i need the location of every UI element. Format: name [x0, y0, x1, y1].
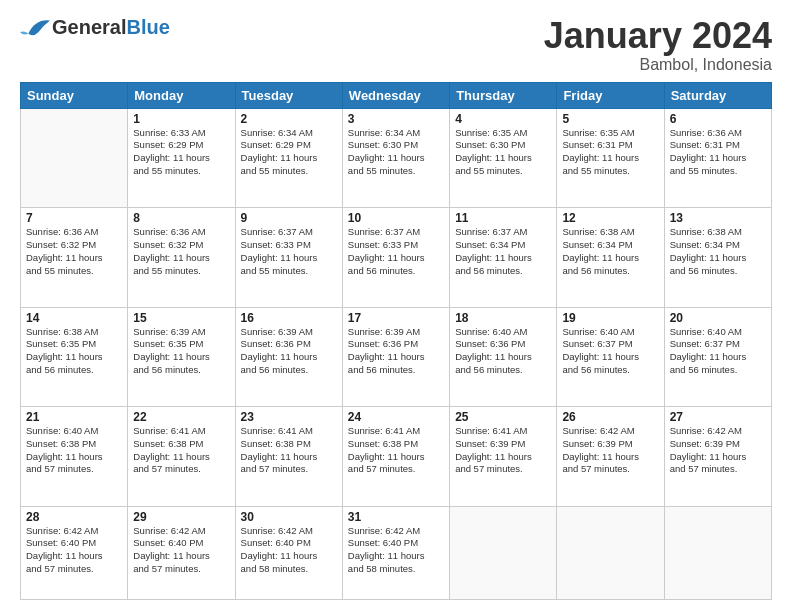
week-row-3: 14Sunrise: 6:38 AMSunset: 6:35 PMDayligh…	[21, 307, 772, 406]
day-number: 1	[133, 112, 229, 126]
table-cell: 14Sunrise: 6:38 AMSunset: 6:35 PMDayligh…	[21, 307, 128, 406]
day-number: 24	[348, 410, 444, 424]
table-cell	[557, 506, 664, 599]
table-cell: 26Sunrise: 6:42 AMSunset: 6:39 PMDayligh…	[557, 407, 664, 506]
day-info: Sunrise: 6:39 AMSunset: 6:36 PMDaylight:…	[241, 326, 337, 377]
table-cell: 22Sunrise: 6:41 AMSunset: 6:38 PMDayligh…	[128, 407, 235, 506]
day-info: Sunrise: 6:34 AMSunset: 6:30 PMDaylight:…	[348, 127, 444, 178]
table-cell: 17Sunrise: 6:39 AMSunset: 6:36 PMDayligh…	[342, 307, 449, 406]
th-sunday: Sunday	[21, 82, 128, 108]
day-number: 22	[133, 410, 229, 424]
table-cell: 18Sunrise: 6:40 AMSunset: 6:36 PMDayligh…	[450, 307, 557, 406]
table-cell: 30Sunrise: 6:42 AMSunset: 6:40 PMDayligh…	[235, 506, 342, 599]
table-cell: 4Sunrise: 6:35 AMSunset: 6:30 PMDaylight…	[450, 108, 557, 207]
week-row-1: 1Sunrise: 6:33 AMSunset: 6:29 PMDaylight…	[21, 108, 772, 207]
week-row-2: 7Sunrise: 6:36 AMSunset: 6:32 PMDaylight…	[21, 208, 772, 307]
table-cell: 11Sunrise: 6:37 AMSunset: 6:34 PMDayligh…	[450, 208, 557, 307]
logo-general: General	[52, 16, 126, 38]
day-info: Sunrise: 6:42 AMSunset: 6:40 PMDaylight:…	[133, 525, 229, 576]
day-number: 19	[562, 311, 658, 325]
header-row: Sunday Monday Tuesday Wednesday Thursday…	[21, 82, 772, 108]
week-row-4: 21Sunrise: 6:40 AMSunset: 6:38 PMDayligh…	[21, 407, 772, 506]
table-cell: 8Sunrise: 6:36 AMSunset: 6:32 PMDaylight…	[128, 208, 235, 307]
table-cell: 13Sunrise: 6:38 AMSunset: 6:34 PMDayligh…	[664, 208, 771, 307]
day-info: Sunrise: 6:38 AMSunset: 6:34 PMDaylight:…	[562, 226, 658, 277]
day-number: 28	[26, 510, 122, 524]
day-number: 25	[455, 410, 551, 424]
day-info: Sunrise: 6:39 AMSunset: 6:36 PMDaylight:…	[348, 326, 444, 377]
table-cell: 5Sunrise: 6:35 AMSunset: 6:31 PMDaylight…	[557, 108, 664, 207]
day-info: Sunrise: 6:41 AMSunset: 6:38 PMDaylight:…	[348, 425, 444, 476]
table-cell: 25Sunrise: 6:41 AMSunset: 6:39 PMDayligh…	[450, 407, 557, 506]
day-info: Sunrise: 6:37 AMSunset: 6:33 PMDaylight:…	[348, 226, 444, 277]
day-info: Sunrise: 6:39 AMSunset: 6:35 PMDaylight:…	[133, 326, 229, 377]
day-info: Sunrise: 6:37 AMSunset: 6:33 PMDaylight:…	[241, 226, 337, 277]
day-info: Sunrise: 6:42 AMSunset: 6:40 PMDaylight:…	[26, 525, 122, 576]
day-number: 8	[133, 211, 229, 225]
day-number: 7	[26, 211, 122, 225]
day-info: Sunrise: 6:38 AMSunset: 6:35 PMDaylight:…	[26, 326, 122, 377]
logo: GeneralBlue	[20, 16, 170, 39]
table-cell: 27Sunrise: 6:42 AMSunset: 6:39 PMDayligh…	[664, 407, 771, 506]
table-cell: 6Sunrise: 6:36 AMSunset: 6:31 PMDaylight…	[664, 108, 771, 207]
day-info: Sunrise: 6:40 AMSunset: 6:37 PMDaylight:…	[562, 326, 658, 377]
calendar-table: Sunday Monday Tuesday Wednesday Thursday…	[20, 82, 772, 600]
day-info: Sunrise: 6:41 AMSunset: 6:39 PMDaylight:…	[455, 425, 551, 476]
day-number: 31	[348, 510, 444, 524]
table-cell: 2Sunrise: 6:34 AMSunset: 6:29 PMDaylight…	[235, 108, 342, 207]
day-number: 17	[348, 311, 444, 325]
day-info: Sunrise: 6:40 AMSunset: 6:38 PMDaylight:…	[26, 425, 122, 476]
day-info: Sunrise: 6:41 AMSunset: 6:38 PMDaylight:…	[133, 425, 229, 476]
day-info: Sunrise: 6:33 AMSunset: 6:29 PMDaylight:…	[133, 127, 229, 178]
table-cell: 20Sunrise: 6:40 AMSunset: 6:37 PMDayligh…	[664, 307, 771, 406]
day-info: Sunrise: 6:36 AMSunset: 6:32 PMDaylight:…	[133, 226, 229, 277]
day-number: 12	[562, 211, 658, 225]
day-number: 4	[455, 112, 551, 126]
day-number: 13	[670, 211, 766, 225]
day-number: 23	[241, 410, 337, 424]
th-monday: Monday	[128, 82, 235, 108]
table-cell: 7Sunrise: 6:36 AMSunset: 6:32 PMDaylight…	[21, 208, 128, 307]
day-number: 16	[241, 311, 337, 325]
day-info: Sunrise: 6:40 AMSunset: 6:36 PMDaylight:…	[455, 326, 551, 377]
th-wednesday: Wednesday	[342, 82, 449, 108]
header: GeneralBlue January 2024 Bambol, Indones…	[20, 16, 772, 74]
day-number: 27	[670, 410, 766, 424]
day-info: Sunrise: 6:41 AMSunset: 6:38 PMDaylight:…	[241, 425, 337, 476]
th-tuesday: Tuesday	[235, 82, 342, 108]
day-info: Sunrise: 6:42 AMSunset: 6:39 PMDaylight:…	[670, 425, 766, 476]
title-block: January 2024 Bambol, Indonesia	[544, 16, 772, 74]
day-number: 10	[348, 211, 444, 225]
day-number: 26	[562, 410, 658, 424]
day-info: Sunrise: 6:36 AMSunset: 6:32 PMDaylight:…	[26, 226, 122, 277]
table-cell: 21Sunrise: 6:40 AMSunset: 6:38 PMDayligh…	[21, 407, 128, 506]
day-number: 29	[133, 510, 229, 524]
day-info: Sunrise: 6:38 AMSunset: 6:34 PMDaylight:…	[670, 226, 766, 277]
table-cell: 23Sunrise: 6:41 AMSunset: 6:38 PMDayligh…	[235, 407, 342, 506]
th-thursday: Thursday	[450, 82, 557, 108]
day-info: Sunrise: 6:36 AMSunset: 6:31 PMDaylight:…	[670, 127, 766, 178]
day-info: Sunrise: 6:42 AMSunset: 6:40 PMDaylight:…	[241, 525, 337, 576]
logo-blue: Blue	[126, 16, 169, 38]
page: GeneralBlue January 2024 Bambol, Indones…	[0, 0, 792, 612]
week-row-5: 28Sunrise: 6:42 AMSunset: 6:40 PMDayligh…	[21, 506, 772, 599]
table-cell: 12Sunrise: 6:38 AMSunset: 6:34 PMDayligh…	[557, 208, 664, 307]
day-info: Sunrise: 6:35 AMSunset: 6:30 PMDaylight:…	[455, 127, 551, 178]
day-number: 2	[241, 112, 337, 126]
day-info: Sunrise: 6:42 AMSunset: 6:40 PMDaylight:…	[348, 525, 444, 576]
day-number: 9	[241, 211, 337, 225]
table-cell: 31Sunrise: 6:42 AMSunset: 6:40 PMDayligh…	[342, 506, 449, 599]
table-cell: 1Sunrise: 6:33 AMSunset: 6:29 PMDaylight…	[128, 108, 235, 207]
table-cell: 16Sunrise: 6:39 AMSunset: 6:36 PMDayligh…	[235, 307, 342, 406]
day-number: 11	[455, 211, 551, 225]
day-number: 3	[348, 112, 444, 126]
day-number: 18	[455, 311, 551, 325]
th-saturday: Saturday	[664, 82, 771, 108]
day-info: Sunrise: 6:37 AMSunset: 6:34 PMDaylight:…	[455, 226, 551, 277]
day-info: Sunrise: 6:34 AMSunset: 6:29 PMDaylight:…	[241, 127, 337, 178]
table-cell	[21, 108, 128, 207]
table-cell: 28Sunrise: 6:42 AMSunset: 6:40 PMDayligh…	[21, 506, 128, 599]
calendar-title: January 2024	[544, 16, 772, 56]
calendar-subtitle: Bambol, Indonesia	[544, 56, 772, 74]
day-info: Sunrise: 6:35 AMSunset: 6:31 PMDaylight:…	[562, 127, 658, 178]
